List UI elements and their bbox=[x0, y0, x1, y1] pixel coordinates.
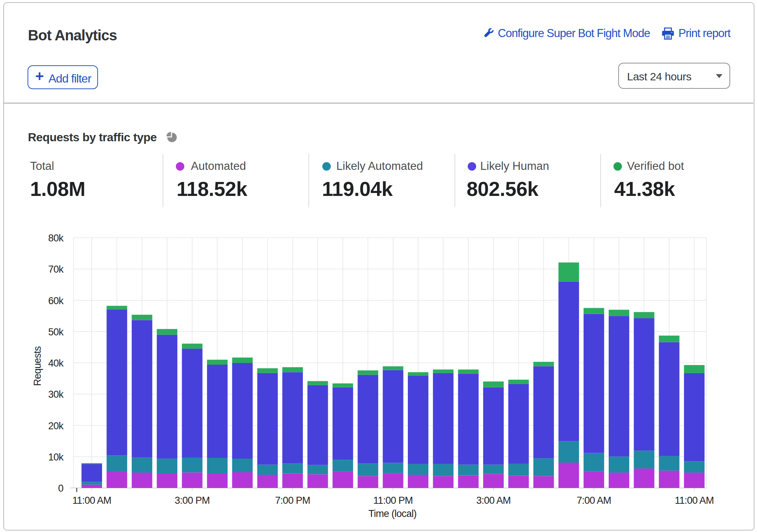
svg-text:Requests: Requests bbox=[32, 346, 43, 386]
svg-text:3:00 PM: 3:00 PM bbox=[175, 495, 210, 506]
svg-text:80k: 80k bbox=[48, 233, 64, 244]
svg-text:40k: 40k bbox=[48, 358, 64, 369]
svg-text:3:00 AM: 3:00 AM bbox=[476, 495, 511, 506]
svg-text:11:00 AM: 11:00 AM bbox=[675, 495, 714, 506]
svg-text:50k: 50k bbox=[48, 327, 64, 338]
svg-text:70k: 70k bbox=[48, 264, 64, 275]
svg-text:Time (local): Time (local) bbox=[368, 508, 416, 519]
svg-text:11:00 AM: 11:00 AM bbox=[72, 495, 111, 506]
svg-text:7:00 PM: 7:00 PM bbox=[275, 495, 310, 506]
svg-text:7:00 AM: 7:00 AM bbox=[577, 495, 611, 506]
svg-text:11:00 PM: 11:00 PM bbox=[373, 495, 413, 506]
svg-text:20k: 20k bbox=[48, 420, 64, 431]
svg-text:0: 0 bbox=[58, 483, 63, 494]
svg-text:30k: 30k bbox=[48, 389, 64, 400]
svg-text:10k: 10k bbox=[48, 452, 64, 463]
svg-text:60k: 60k bbox=[48, 295, 64, 306]
